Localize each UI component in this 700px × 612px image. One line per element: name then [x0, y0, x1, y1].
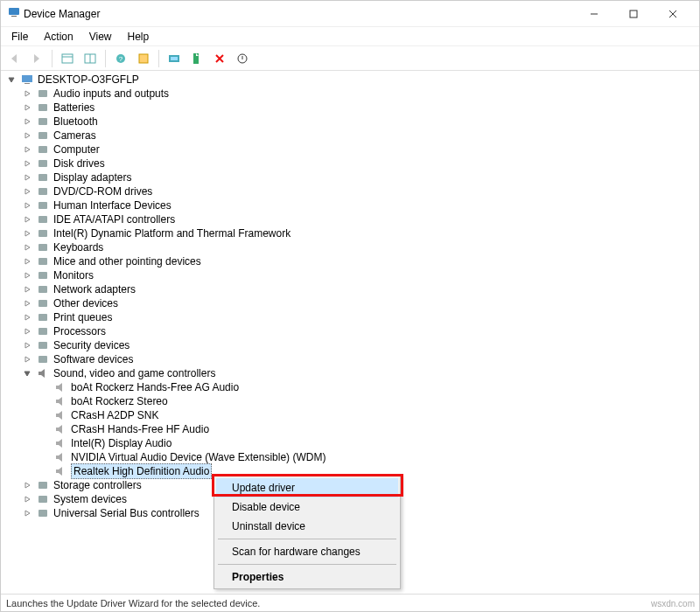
tree-root[interactable]: DESKTOP-O3FGFLP [1, 73, 699, 87]
scan-button[interactable] [164, 48, 185, 69]
expander-closed-icon[interactable] [22, 130, 32, 141]
expander-closed-icon[interactable] [22, 270, 32, 281]
tree-category[interactable]: Cameras [1, 129, 699, 143]
svg-rect-39 [38, 482, 47, 489]
ctx-disable-device[interactable]: Disable device [216, 497, 398, 517]
tree-category[interactable]: Security devices [1, 338, 699, 352]
tree-device[interactable]: CRasH A2DP SNK [1, 408, 699, 422]
view-button[interactable] [80, 48, 101, 69]
svg-rect-32 [38, 272, 47, 279]
category-icon [36, 115, 50, 129]
tree-device[interactable]: boAt Rockerz Stereo [1, 394, 699, 408]
svg-rect-31 [38, 258, 47, 265]
tree-category[interactable]: Intel(R) Dynamic Platform and Thermal Fr… [1, 226, 699, 240]
expander-open-icon[interactable] [6, 74, 17, 85]
expander-closed-icon[interactable] [22, 172, 32, 183]
svg-text:?: ? [119, 55, 123, 63]
expander-closed-icon[interactable] [22, 144, 32, 155]
ctx-properties[interactable]: Properties [216, 567, 398, 587]
tree-category[interactable]: Print queues [1, 310, 699, 324]
tree-category[interactable]: Bluetooth [1, 115, 699, 129]
category-icon [36, 87, 50, 101]
device-label: boAt Rockerz Hands-Free AG Audio [71, 380, 239, 394]
tree-device[interactable]: Intel(R) Display Audio [1, 436, 699, 450]
expander-closed-icon[interactable] [22, 200, 32, 211]
ctx-scan-hardware[interactable]: Scan for hardware changes [216, 542, 398, 561]
ctx-uninstall-device[interactable]: Uninstall device [216, 517, 398, 536]
menu-action[interactable]: Action [37, 29, 80, 45]
expander-closed-icon[interactable] [22, 228, 32, 239]
tree-category[interactable]: Software devices [1, 352, 699, 366]
expander-closed-icon[interactable] [22, 312, 32, 323]
expander-open-icon[interactable] [22, 368, 32, 379]
tree-category[interactable]: IDE ATA/ATAPI controllers [1, 212, 699, 226]
category-label: Sound, video and game controllers [53, 366, 215, 380]
ctx-update-driver[interactable]: Update driver [216, 478, 398, 497]
category-label: Print queues [53, 310, 112, 324]
expander-closed-icon[interactable] [22, 256, 32, 267]
svg-rect-26 [38, 188, 47, 195]
tree-category[interactable]: Display adapters [1, 170, 699, 184]
tree-category[interactable]: Batteries [1, 101, 699, 115]
tree-category[interactable]: Keyboards [1, 240, 699, 254]
help-button[interactable]: ? [110, 48, 131, 69]
tree-category[interactable]: Monitors [1, 268, 699, 282]
expander-closed-icon[interactable] [22, 214, 32, 225]
expander-closed-icon[interactable] [22, 480, 32, 490]
tree-category[interactable]: Other devices [1, 296, 699, 310]
tree-device[interactable]: boAt Rockerz Hands-Free AG Audio [1, 380, 699, 394]
device-label: CRasH Hands-Free HF Audio [71, 422, 209, 436]
svg-rect-0 [9, 8, 19, 15]
menu-file[interactable]: File [4, 29, 35, 45]
expander-closed-icon[interactable] [22, 340, 32, 351]
tree-category[interactable]: Human Interface Devices [1, 198, 699, 212]
category-label: Batteries [53, 101, 94, 115]
tree-category[interactable]: Processors [1, 324, 699, 338]
device-label: Intel(R) Display Audio [71, 436, 172, 450]
menu-help[interactable]: Help [121, 29, 157, 45]
expander-closed-icon[interactable] [22, 242, 32, 253]
category-icon [36, 268, 50, 282]
tree-category[interactable]: DVD/CD-ROM drives [1, 184, 699, 198]
expander-closed-icon[interactable] [22, 186, 32, 197]
update-driver-button[interactable] [186, 48, 207, 69]
tree-device[interactable]: NVIDIA Virtual Audio Device (Wave Extens… [1, 450, 699, 464]
audio-device-icon [53, 380, 67, 394]
window-title: Device Manager [20, 8, 574, 20]
expander-closed-icon[interactable] [22, 158, 32, 169]
show-hidden-button[interactable] [57, 48, 78, 69]
expander-closed-icon[interactable] [22, 102, 32, 113]
tree-category[interactable]: Disk drives [1, 156, 699, 170]
expander-closed-icon[interactable] [22, 284, 32, 295]
close-button[interactable] [653, 2, 692, 26]
category-icon [36, 184, 50, 198]
category-icon [36, 254, 50, 268]
tree-category[interactable]: Mice and other pointing devices [1, 254, 699, 268]
expander-closed-icon[interactable] [22, 116, 32, 127]
expander-closed-icon[interactable] [22, 88, 32, 99]
speaker-icon [36, 366, 50, 380]
disable-button[interactable] [232, 48, 253, 69]
svg-rect-3 [630, 10, 637, 17]
expander-closed-icon[interactable] [22, 354, 32, 365]
tree-device[interactable]: CRasH Hands-Free HF Audio [1, 422, 699, 436]
app-icon [8, 6, 20, 21]
expander-closed-icon[interactable] [22, 494, 32, 504]
tree-category[interactable]: Computer [1, 143, 699, 156]
action-button[interactable] [133, 48, 154, 69]
tree-category[interactable]: Audio inputs and outputs [1, 87, 699, 101]
tree-category-sound[interactable]: Sound, video and game controllers [1, 366, 699, 380]
maximize-button[interactable] [613, 2, 653, 26]
expander-closed-icon[interactable] [22, 326, 32, 337]
category-icon [36, 226, 50, 240]
menu-view[interactable]: View [82, 29, 119, 45]
minimize-button[interactable] [574, 2, 613, 26]
expander-closed-icon[interactable] [22, 508, 32, 518]
tree-category[interactable]: Network adapters [1, 282, 699, 296]
uninstall-button[interactable] [209, 48, 230, 69]
svg-rect-1 [11, 16, 17, 17]
category-label: Disk drives [53, 156, 105, 170]
category-label: Software devices [53, 352, 133, 366]
expander-closed-icon[interactable] [22, 298, 32, 309]
titlebar: Device Manager [1, 1, 699, 27]
